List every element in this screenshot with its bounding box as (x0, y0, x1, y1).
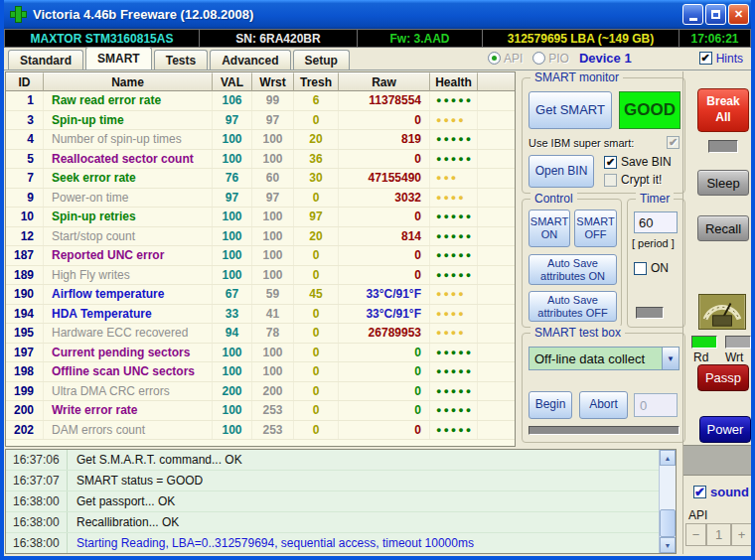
hints-checkbox[interactable]: ✔ (699, 52, 712, 65)
header-val[interactable]: VAL (213, 72, 252, 91)
abort-button[interactable]: Abort (579, 391, 628, 419)
attribute-row-3[interactable]: 3Spin-up time979700●●●● (6, 111, 515, 131)
log-row[interactable]: 16:38:00Starting Reading, LBA=0..3125796… (6, 533, 659, 553)
attribute-row-195[interactable]: 195Hardware ECC recovered9478026789953●●… (6, 324, 515, 344)
attr-id: 12 (6, 227, 44, 246)
passport-button[interactable]: Passp (697, 364, 749, 391)
attribute-row-200[interactable]: 200Write error rate10025300●●●●● (6, 401, 515, 421)
timer-group: Timer [ period ] ON (627, 199, 685, 328)
get-smart-button[interactable]: Get SMART (528, 91, 612, 129)
attr-wrst: 253 (252, 401, 294, 420)
sleep-button[interactable]: Sleep (697, 170, 749, 196)
scroll-down-icon[interactable]: ▼ (660, 537, 676, 553)
attr-tresh: 6 (294, 91, 339, 110)
close-icon: ✕ (734, 8, 743, 21)
attr-val: 100 (213, 421, 252, 440)
tab-standard[interactable]: Standard (8, 50, 83, 70)
header-health[interactable]: Health (430, 72, 478, 91)
smart-on-button[interactable]: SMART ON (528, 210, 570, 247)
stepper-minus-button[interactable]: − (685, 523, 706, 546)
log-message: Starting Reading, LBA=0..312579694, sequ… (68, 536, 474, 550)
attr-id: 1 (6, 91, 44, 110)
save-bin-checkbox[interactable]: ✔ (604, 156, 617, 169)
minimize-button[interactable] (682, 4, 703, 25)
attr-val: 200 (213, 382, 252, 401)
attribute-row-197[interactable]: 197Current pending sectors10010000●●●●● (6, 344, 515, 363)
scroll-up-icon[interactable]: ▲ (660, 450, 676, 466)
log-row[interactable]: 16:38:00Get passport... OK (6, 491, 659, 512)
header-raw[interactable]: Raw (339, 72, 430, 91)
tab-smart[interactable]: SMART (85, 47, 152, 70)
attribute-row-10[interactable]: 10Spin-up retries100100970●●●●● (6, 208, 515, 227)
row-spacer (478, 344, 515, 362)
attr-name: Spin-up time (44, 111, 213, 130)
attribute-row-7[interactable]: 7Seek error rate76603047155490●●● (6, 169, 515, 189)
stepper-plus-button[interactable]: + (731, 523, 752, 546)
begin-button[interactable]: Begin (528, 391, 572, 419)
attr-val: 100 (213, 401, 252, 420)
attribute-row-187[interactable]: 187Reported UNC error10010000●●●●● (6, 246, 515, 266)
drive-info-bar: MAXTOR STM3160815AS SN: 6RA420BR Fw: 3.A… (4, 29, 751, 48)
read-indicator-label: Rd (691, 350, 725, 364)
attr-tresh: 0 (294, 305, 339, 324)
log-row[interactable]: 16:37:06Get S.M.A.R.T. command... OK (6, 450, 659, 471)
attribute-row-12[interactable]: 12Start/stop count10010020814●●●●● (6, 227, 515, 247)
timer-period-input[interactable] (634, 211, 678, 233)
attr-id: 9 (6, 189, 44, 208)
attr-val: 100 (213, 362, 252, 381)
smart-test-box-group: SMART test box Off-line data collect ▼ B… (522, 333, 685, 443)
attribute-row-189[interactable]: 189High Fly writes10010000●●●●● (6, 266, 515, 286)
log-row[interactable]: 16:38:00Recallibration... OK (6, 512, 659, 533)
log-row[interactable]: 16:37:07SMART status = GOOD (6, 471, 659, 491)
attribute-row-199[interactable]: 199Ultra DMA CRC errors20020000●●●●● (6, 382, 515, 402)
ibm-super-smart-checkbox[interactable]: ✔ (667, 136, 680, 149)
log-time: 16:37:07 (6, 471, 68, 490)
attribute-row-5[interactable]: 5Reallocated sector count100100360●●●●● (6, 150, 515, 170)
log-scrollbar[interactable]: ▲ ▼ (659, 450, 676, 553)
pio-radio[interactable] (532, 52, 545, 65)
attribute-row-202[interactable]: 202DAM errors count10025300●●●●● (6, 421, 515, 441)
open-bin-button[interactable]: Open BIN (528, 155, 594, 188)
title-bar[interactable]: Victoria 4.46b Freeware (12.08.2008) ✕ (0, 0, 755, 29)
attr-raw: 0 (339, 208, 430, 226)
test-select[interactable]: Off-line data collect ▼ (528, 347, 680, 370)
header-wrst[interactable]: Wrst (252, 72, 294, 91)
api-radio[interactable] (488, 52, 501, 65)
attr-name: Spin-up retries (44, 208, 213, 226)
ibm-super-smart-label: Use IBM super smart: (528, 137, 634, 149)
maximize-button[interactable] (705, 4, 726, 25)
tab-advanced[interactable]: Advanced (210, 50, 290, 70)
header-name[interactable]: Name (44, 72, 213, 91)
break-all-button[interactable]: Break All (697, 88, 749, 132)
attribute-row-198[interactable]: 198Offline scan UNC sectors10010000●●●●● (6, 362, 515, 382)
tab-tests[interactable]: Tests (154, 50, 208, 70)
crypt-checkbox[interactable] (604, 174, 617, 187)
attr-tresh: 0 (294, 246, 339, 265)
attribute-row-194[interactable]: 194HDA Temperature3341033°C/91°F●●●● (6, 305, 515, 325)
row-spacer (478, 285, 515, 304)
attr-tresh: 0 (294, 362, 339, 381)
chevron-down-icon[interactable]: ▼ (662, 348, 679, 369)
attribute-row-9[interactable]: 9Power-on time979703032●●●● (6, 189, 515, 209)
drive-model: MAXTOR STM3160815AS (4, 29, 200, 48)
recall-button[interactable]: Recall (697, 215, 749, 241)
tab-setup[interactable]: Setup (293, 50, 350, 70)
smart-off-button[interactable]: SMART OFF (574, 210, 617, 247)
power-button[interactable]: Power (699, 416, 751, 443)
health-dots: ●●●●● (436, 250, 473, 260)
scrollbar-thumb[interactable] (660, 509, 676, 537)
test-counter-field[interactable] (634, 393, 678, 417)
auto-save-on-button[interactable]: Auto Save attributes ON (528, 254, 617, 285)
attr-health: ●●●●● (430, 150, 478, 169)
attr-health: ●●●●● (430, 382, 478, 401)
header-tresh[interactable]: Tresh (294, 72, 339, 91)
attribute-row-190[interactable]: 190Airflow temperature67594533°C/91°F●●●… (6, 285, 515, 305)
close-button[interactable]: ✕ (728, 4, 749, 25)
sound-checkbox[interactable]: ✔ (693, 486, 706, 498)
timer-on-checkbox[interactable] (634, 262, 647, 275)
header-id[interactable]: ID (6, 72, 44, 91)
health-dots: ●●● (436, 173, 458, 183)
attribute-row-1[interactable]: 1Raw read error rate10699611378554●●●●● (6, 91, 515, 111)
auto-save-off-button[interactable]: Auto Save attributes OFF (528, 291, 617, 322)
attribute-row-4[interactable]: 4Number of spin-up times10010020819●●●●● (6, 130, 515, 150)
